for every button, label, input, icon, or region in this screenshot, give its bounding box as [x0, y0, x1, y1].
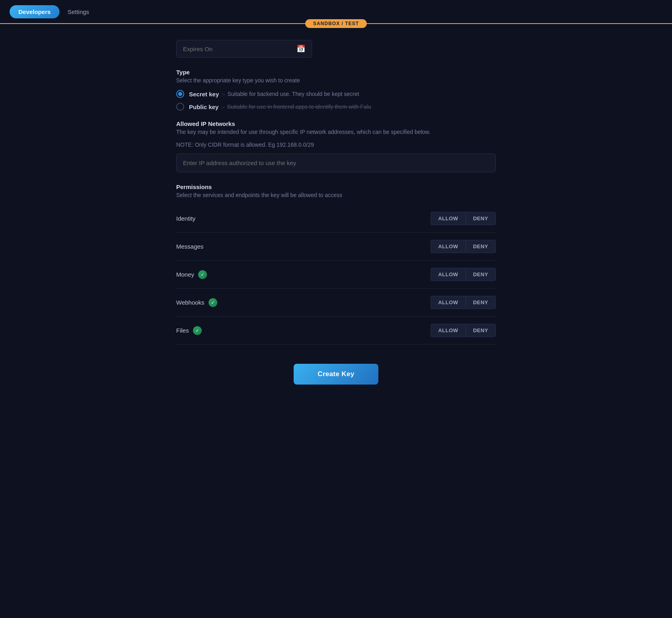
deny-button[interactable]: DENY [465, 212, 496, 225]
permission-check-badge: ✓ [209, 298, 217, 307]
allow-button[interactable]: ALLOW [431, 324, 465, 337]
allow-button[interactable]: ALLOW [431, 268, 465, 281]
secret-key-radio[interactable] [176, 90, 184, 98]
secret-key-separator: :- [221, 91, 225, 98]
expires-on-field[interactable]: 📅 [176, 40, 312, 58]
create-key-wrapper: Create Key [176, 364, 496, 385]
deny-button[interactable]: DENY [465, 268, 496, 281]
sandbox-badge: SANDBOX / TEST [305, 19, 367, 28]
permission-row: IdentityALLOWDENY [176, 205, 496, 233]
permission-btn-group: ALLOWDENY [431, 296, 496, 309]
create-key-button[interactable]: Create Key [294, 364, 378, 385]
type-label: Type [176, 69, 496, 76]
allow-button[interactable]: ALLOW [431, 296, 465, 309]
permission-name: Webhooks✓ [176, 298, 217, 307]
permission-name: Money✓ [176, 270, 207, 279]
permission-name: Messages [176, 243, 203, 250]
secret-key-description: Suitable for backend use. They should be… [227, 91, 359, 97]
permission-row: Money✓ALLOWDENY [176, 261, 496, 289]
public-key-separator: :- [221, 104, 225, 110]
ip-input[interactable] [183, 159, 489, 166]
ip-networks-description: The key may be intended for use through … [176, 129, 496, 135]
type-description: Select the appropriate key type you wish… [176, 77, 496, 84]
permission-item-label: Money [176, 271, 194, 278]
ip-networks-label: Allowed IP Networks [176, 120, 496, 127]
permission-row: Files✓ALLOWDENY [176, 317, 496, 345]
permission-row: MessagesALLOWDENY [176, 233, 496, 261]
permission-item-label: Files [176, 327, 189, 334]
permission-btn-group: ALLOWDENY [431, 324, 496, 337]
permission-btn-group: ALLOWDENY [431, 268, 496, 281]
deny-button[interactable]: DENY [465, 324, 496, 337]
deny-button[interactable]: DENY [465, 240, 496, 253]
main-content: 📅 Type Select the appropriate key type y… [168, 28, 504, 409]
permissions-section: Permissions Select the services and endp… [176, 183, 496, 345]
developers-button[interactable]: Developers [10, 5, 60, 18]
permission-name: Files✓ [176, 326, 202, 335]
permissions-label: Permissions [176, 183, 496, 190]
permission-check-badge: ✓ [193, 326, 202, 335]
ip-networks-note: NOTE: Only CIDR format is allowed. Eg 19… [176, 142, 496, 148]
permission-btn-group: ALLOWDENY [431, 240, 496, 253]
public-key-radio-row[interactable]: Public key :- Suitable for use in fronte… [176, 103, 496, 111]
ip-networks-section: Allowed IP Networks The key may be inten… [176, 120, 496, 172]
expires-on-input[interactable] [183, 46, 296, 52]
allow-button[interactable]: ALLOW [431, 240, 465, 253]
sandbox-banner: SANDBOX / TEST [0, 19, 672, 28]
public-key-radio[interactable] [176, 103, 184, 111]
calendar-icon[interactable]: 📅 [296, 44, 305, 53]
secret-key-radio-row[interactable]: Secret key :- Suitable for backend use. … [176, 90, 496, 98]
ip-input-wrapper[interactable] [176, 154, 496, 172]
permission-item-label: Identity [176, 215, 195, 222]
public-key-label: Public key [189, 104, 219, 110]
public-key-description: Suitable for use in frontend apps to ide… [227, 104, 371, 110]
permission-item-label: Webhooks [176, 299, 205, 306]
allow-button[interactable]: ALLOW [431, 212, 465, 225]
deny-button[interactable]: DENY [465, 296, 496, 309]
permission-name: Identity [176, 215, 195, 222]
permissions-description: Select the services and endpoints the ke… [176, 192, 496, 198]
secret-key-label: Secret key [189, 91, 219, 98]
permissions-list: IdentityALLOWDENYMessagesALLOWDENYMoney✓… [176, 205, 496, 345]
settings-button[interactable]: Settings [68, 8, 89, 15]
permission-check-badge: ✓ [198, 270, 207, 279]
type-section: Type Select the appropriate key type you… [176, 69, 496, 111]
permission-item-label: Messages [176, 243, 203, 250]
permission-row: Webhooks✓ALLOWDENY [176, 289, 496, 317]
permission-btn-group: ALLOWDENY [431, 212, 496, 225]
